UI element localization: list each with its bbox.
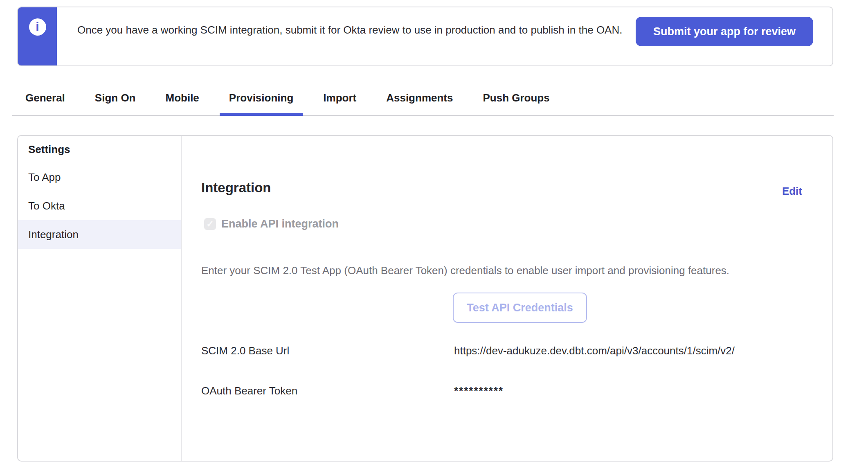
sidebar-item-to-app[interactable]: To App <box>18 163 181 191</box>
settings-sidebar: Settings To App To Okta Integration <box>18 136 182 461</box>
checkmark-icon: ✓ <box>206 219 214 230</box>
edit-link[interactable]: Edit <box>782 185 802 198</box>
oauth-bearer-token-row: OAuth Bearer Token ********** <box>201 385 504 397</box>
sidebar-item-integration[interactable]: Integration <box>18 220 181 249</box>
tab-assignments[interactable]: Assignments <box>386 86 453 115</box>
tab-import[interactable]: Import <box>323 86 356 115</box>
info-banner: i Once you have a working SCIM integrati… <box>17 7 833 66</box>
banner-message: Once you have a working SCIM integration… <box>77 7 650 65</box>
enable-api-integration-row: ✓ Enable API integration <box>204 218 339 230</box>
test-api-credentials-button[interactable]: Test API Credentials <box>453 293 587 323</box>
scim-base-url-label: SCIM 2.0 Base Url <box>201 345 454 357</box>
scim-provisioning-page: i Once you have a working SCIM integrati… <box>0 0 868 473</box>
sidebar-heading: Settings <box>18 136 181 163</box>
tab-provisioning[interactable]: Provisioning <box>229 86 293 115</box>
info-icon: i <box>29 18 46 36</box>
scim-base-url-row: SCIM 2.0 Base Url https://dev-adukuze.de… <box>201 345 735 357</box>
enable-api-checkbox-label: Enable API integration <box>221 218 339 230</box>
submit-app-for-review-button[interactable]: Submit your app for review <box>636 17 813 46</box>
tab-sign-on[interactable]: Sign On <box>95 86 136 115</box>
oauth-bearer-token-label: OAuth Bearer Token <box>201 385 454 397</box>
scim-base-url-value: https://dev-adukuze.dev.dbt.com/api/v3/a… <box>454 345 735 357</box>
oauth-bearer-token-value: ********** <box>454 385 504 397</box>
provisioning-panel: Settings To App To Okta Integration Inte… <box>17 135 833 462</box>
tab-mobile[interactable]: Mobile <box>166 86 199 115</box>
tab-bar: General Sign On Mobile Provisioning Impo… <box>12 86 834 116</box>
integration-settings-content: Integration Edit ✓ Enable API integratio… <box>182 136 832 461</box>
tab-general[interactable]: General <box>25 86 65 115</box>
section-title-integration: Integration <box>201 180 271 196</box>
info-banner-accent: i <box>18 7 57 65</box>
enable-api-checkbox[interactable]: ✓ <box>204 218 216 230</box>
sidebar-item-to-okta[interactable]: To Okta <box>18 191 181 220</box>
integration-description: Enter your SCIM 2.0 Test App (OAuth Bear… <box>201 264 729 277</box>
tab-push-groups[interactable]: Push Groups <box>483 86 549 115</box>
